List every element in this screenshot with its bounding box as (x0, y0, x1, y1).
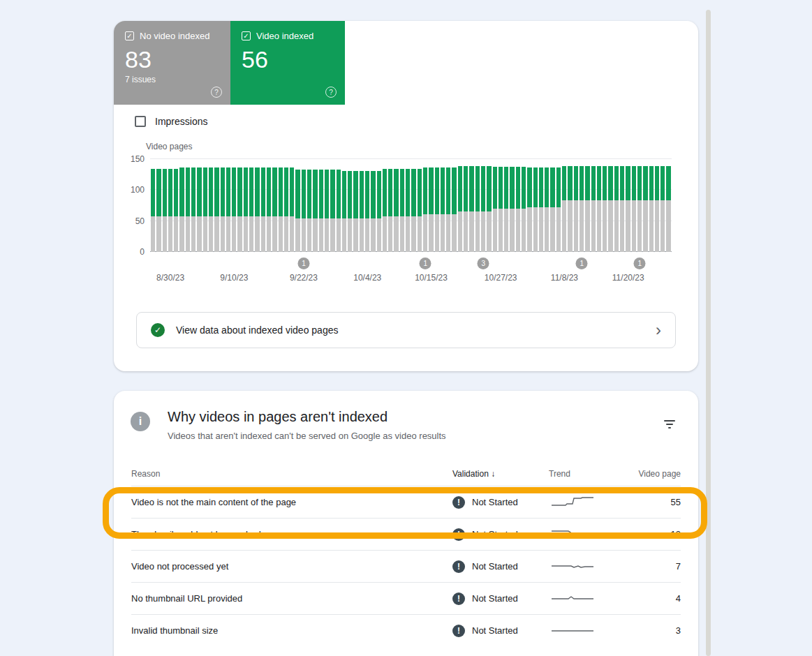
stacked-bar[interactable] (423, 167, 427, 252)
tile-video-indexed[interactable]: ✓ Video indexed 56 ? (230, 21, 345, 105)
stacked-bar[interactable] (342, 171, 346, 252)
stacked-bar[interactable] (186, 167, 190, 252)
stacked-bar[interactable] (649, 166, 654, 252)
stacked-bar[interactable] (411, 169, 415, 252)
stacked-bar[interactable] (591, 166, 596, 252)
stacked-bar[interactable] (221, 167, 225, 252)
stacked-bar[interactable] (307, 170, 311, 252)
stacked-bar[interactable] (620, 166, 624, 252)
stacked-bar[interactable] (556, 167, 561, 252)
stacked-bar[interactable] (174, 169, 178, 252)
issue-count-marker[interactable]: 1 (576, 258, 588, 269)
stacked-bar[interactable] (429, 167, 433, 252)
stacked-bar[interactable] (458, 166, 462, 252)
stacked-bar[interactable] (643, 166, 647, 252)
stacked-bar[interactable] (284, 167, 288, 252)
stacked-bar[interactable] (580, 166, 584, 252)
stacked-bar[interactable] (516, 167, 520, 252)
stacked-bar[interactable] (255, 167, 259, 252)
checkbox-no-video-indexed[interactable]: ✓ (125, 31, 134, 40)
stacked-bar[interactable] (279, 167, 283, 252)
stacked-bar[interactable] (435, 167, 439, 252)
stacked-bar[interactable] (510, 167, 514, 252)
stacked-bar[interactable] (337, 170, 341, 252)
stacked-bar[interactable] (163, 169, 167, 252)
stacked-bar[interactable] (267, 167, 271, 252)
stacked-bar[interactable] (388, 169, 392, 252)
column-header-trend[interactable]: Trend (549, 469, 626, 479)
stacked-bar[interactable] (179, 167, 184, 252)
column-header-video-page[interactable]: Video page (626, 469, 681, 479)
stacked-bar[interactable] (550, 167, 554, 252)
stacked-bar[interactable] (608, 166, 612, 252)
stacked-bar[interactable] (626, 166, 630, 252)
stacked-bar[interactable] (237, 167, 242, 252)
stacked-bar[interactable] (214, 167, 219, 252)
issue-count-marker[interactable]: 1 (634, 258, 646, 269)
stacked-bar[interactable] (464, 166, 468, 252)
stacked-bar[interactable] (522, 167, 526, 252)
stacked-bar[interactable] (539, 167, 543, 252)
stacked-bar[interactable] (597, 166, 601, 252)
stacked-bar[interactable] (261, 167, 265, 252)
stacked-bar[interactable] (632, 166, 636, 252)
table-row[interactable]: Video not processed yet!Not Started7 (131, 550, 681, 582)
table-row[interactable]: Invalid thumbnail size!Not Started3 (131, 614, 681, 646)
table-row[interactable]: Video is not the main content of the pag… (131, 486, 681, 518)
stacked-bar[interactable] (348, 171, 352, 252)
stacked-bar[interactable] (319, 170, 323, 252)
stacked-bar[interactable] (406, 169, 410, 252)
stacked-bar[interactable] (377, 171, 381, 252)
stacked-bar[interactable] (272, 167, 276, 252)
stacked-bar[interactable] (244, 167, 248, 252)
stacked-bar[interactable] (249, 167, 253, 252)
stacked-bar[interactable] (400, 169, 404, 252)
stacked-bar[interactable] (660, 166, 665, 252)
stacked-bar[interactable] (197, 167, 201, 252)
stacked-bar[interactable] (383, 169, 387, 252)
stacked-bar[interactable] (574, 166, 578, 252)
impressions-checkbox[interactable] (135, 116, 146, 127)
stacked-bar[interactable] (325, 170, 329, 252)
stacked-bar[interactable] (499, 167, 503, 252)
stacked-bar[interactable] (290, 167, 294, 252)
help-icon[interactable]: ? (325, 87, 337, 98)
stacked-bar[interactable] (353, 171, 357, 252)
table-row[interactable]: Thumbnail could not be reached!Not Start… (131, 518, 681, 550)
stacked-bar[interactable] (562, 166, 566, 252)
stacked-bar[interactable] (209, 167, 213, 252)
stacked-bar[interactable] (446, 167, 450, 252)
stacked-bar[interactable] (313, 170, 317, 252)
help-icon[interactable]: ? (211, 87, 222, 98)
tile-no-video-indexed[interactable]: ✓ No video indexed 83 7 issues ? (114, 21, 230, 105)
stacked-bar[interactable] (487, 166, 491, 252)
stacked-bar[interactable] (441, 167, 445, 252)
stacked-bar[interactable] (452, 167, 456, 252)
stacked-bar[interactable] (603, 166, 607, 252)
stacked-bar[interactable] (585, 166, 589, 252)
issue-count-marker[interactable]: 3 (478, 258, 489, 269)
stacked-bar[interactable] (666, 166, 670, 252)
stacked-bar[interactable] (371, 171, 375, 252)
stacked-bar[interactable] (151, 169, 155, 252)
stacked-bar[interactable] (360, 171, 364, 252)
filter-icon[interactable] (662, 420, 677, 431)
stacked-bar[interactable] (203, 167, 207, 252)
stacked-bar[interactable] (545, 167, 549, 252)
issue-count-marker[interactable]: 1 (420, 258, 431, 269)
column-header-reason[interactable]: Reason (131, 469, 452, 479)
stacked-bar[interactable] (394, 169, 398, 252)
stacked-bar[interactable] (295, 170, 300, 252)
stacked-bar[interactable] (527, 167, 531, 252)
stacked-bar[interactable] (533, 167, 538, 252)
view-data-button[interactable]: ✓ View data about indexed video pages › (136, 312, 676, 348)
stacked-bar[interactable] (226, 167, 230, 252)
stacked-bar[interactable] (418, 169, 422, 252)
checkbox-video-indexed[interactable]: ✓ (242, 31, 251, 40)
table-row[interactable]: No thumbnail URL provided!Not Started4 (131, 582, 681, 614)
stacked-bar[interactable] (655, 166, 659, 252)
stacked-bar[interactable] (156, 169, 161, 252)
stacked-bar[interactable] (469, 166, 473, 252)
column-header-validation[interactable]: Validation ↓ (452, 469, 549, 479)
stacked-bar[interactable] (330, 170, 334, 252)
